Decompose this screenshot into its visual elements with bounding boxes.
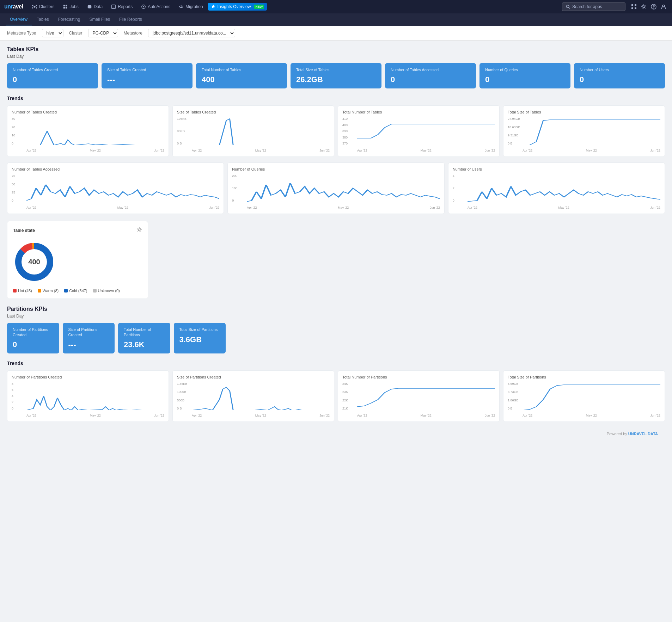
- chart-partitions-created-title: Number of Partitions Created: [12, 375, 164, 379]
- chart-total-partitions-title: Total Number of Partitions: [342, 375, 495, 379]
- nav-migration[interactable]: Migration: [175, 2, 206, 11]
- nav-icons: [630, 2, 668, 11]
- legend-warm-dot: [38, 289, 41, 292]
- tables-trends-title: Trends: [7, 96, 665, 101]
- settings-icon[interactable]: [640, 2, 648, 11]
- tables-kpi-cards: Number of Tables Created 0 Size of Table…: [7, 63, 665, 88]
- metastore-select[interactable]: jdbc:postgresql://sd11.unraveldata.co...: [148, 29, 235, 37]
- chart-total-size-tables-title: Total Size of Tables: [508, 110, 660, 114]
- tables-kpis-title: Tables KPIs: [7, 46, 665, 53]
- chart-tables-created-title: Number of Tables Created: [12, 110, 164, 114]
- kpi-users: Number of Users 0: [574, 63, 665, 88]
- footer: Powered by UNRAVEL DATA: [7, 427, 665, 440]
- kpi-total-size-tables-value: 26.2GB: [296, 75, 376, 84]
- kpi-total-tables: Total Number of Tables 400: [196, 63, 287, 88]
- chart-queries-area: 2001000 Apr '22May '22Jun '22: [232, 174, 440, 209]
- svg-point-23: [654, 8, 654, 8]
- chart-total-size-tables-area: 27.94GB18.63GB9.31GB0 B Apr '22May '22Ju…: [508, 117, 660, 152]
- svg-line-16: [569, 7, 570, 8]
- chart-queries-title: Number of Queries: [232, 167, 440, 171]
- sub-navigation: Overview Tables Forecasting Small Files …: [0, 13, 672, 26]
- chart-tables-accessed-area: 7550250 Apr '22May '22Jun '22: [12, 174, 219, 209]
- metastore-label: Metastore: [124, 31, 142, 36]
- kpi-tables-accessed-label: Number of Tables Accessed: [391, 67, 470, 72]
- tables-trends-row1: Number of Tables Created 3020100 Apr '22…: [7, 105, 665, 157]
- partitions-kpi-cards: Number of Partitions Created 0 Size of P…: [7, 323, 226, 353]
- svg-rect-20: [635, 7, 636, 9]
- chart-size-partitions-created-title: Size of Partitions Created: [177, 375, 330, 379]
- kpi-tables-accessed-value: 0: [391, 75, 470, 84]
- svg-point-15: [567, 5, 569, 8]
- table-state-header: Table state: [13, 227, 142, 234]
- tables-trends-section: Trends Number of Tables Created 3020100: [7, 96, 665, 214]
- chart-size-partitions-created-area: 1.46KB1000B500B0 B Apr '22May '22Jun '22: [177, 382, 330, 417]
- kpi-total-partitions-value: 23.6K: [124, 340, 165, 349]
- kpi-total-tables-label: Total Number of Tables: [202, 67, 281, 72]
- metastore-type-select[interactable]: hive: [42, 29, 63, 37]
- svg-point-4: [36, 7, 37, 9]
- table-state-card: Table state: [7, 221, 148, 299]
- partitions-kpis-section: Partitions KPIs Last Day Number of Parti…: [7, 306, 665, 353]
- search-box[interactable]: Search for apps: [562, 2, 625, 11]
- nav-autoactions[interactable]: AutoActions: [138, 2, 174, 11]
- nav-data[interactable]: Data: [84, 2, 106, 11]
- chart-partitions-created-area: 86420 Apr '22May '22Jun '22: [12, 382, 164, 417]
- subnav-forecasting[interactable]: Forecasting: [54, 14, 85, 25]
- table-state-settings-icon[interactable]: [136, 227, 142, 234]
- chart-partitions-created: Number of Partitions Created 86420 Apr '…: [7, 370, 169, 422]
- nav-reports[interactable]: Reports: [108, 2, 136, 11]
- partitions-trends-section: Trends Number of Partitions Created 8642…: [7, 361, 665, 422]
- chart-total-size-partitions-area: 5.59GB3.73GB1.86GB0 B Apr '22May '22Jun …: [508, 382, 660, 417]
- chart-total-size-partitions-title: Total Size of Partitions: [508, 375, 660, 379]
- help-icon[interactable]: [649, 2, 658, 11]
- main-content: Tables KPIs Last Day Number of Tables Cr…: [0, 41, 672, 446]
- subnav-small-files[interactable]: Small Files: [85, 14, 114, 25]
- grid-icon[interactable]: [630, 2, 638, 11]
- subnav-overview[interactable]: Overview: [6, 14, 32, 25]
- kpi-tables-accessed: Number of Tables Accessed 0: [385, 63, 476, 88]
- svg-rect-6: [66, 5, 67, 6]
- kpi-partitions-created-label: Number of Partitions Created: [13, 327, 54, 337]
- kpi-total-partitions: Total Number of Partitions 23.6K: [118, 323, 170, 353]
- chart-total-partitions: Total Number of Partitions 24K23K22K21K …: [338, 370, 500, 422]
- donut-wrap: 400: [13, 238, 142, 286]
- chart-size-tables-created: Size of Tables Created 195KB98KB0 B Apr …: [172, 105, 334, 157]
- table-state-legend: Hot (45) Warm (8) Cold (347) Unknown (0): [13, 289, 142, 293]
- legend-warm: Warm (8): [38, 289, 59, 293]
- user-icon[interactable]: [659, 2, 668, 11]
- chart-size-partitions-created: Size of Partitions Created 1.46KB1000B50…: [172, 370, 334, 422]
- svg-point-1: [32, 5, 33, 6]
- cluster-select[interactable]: PG-CDP: [88, 29, 118, 37]
- legend-hot-label: Hot (45): [18, 289, 32, 293]
- kpi-size-partitions-created: Size of Partitions Created ---: [63, 323, 115, 353]
- chart-queries: Number of Queries 2001000 Apr '22May '22…: [227, 162, 444, 214]
- nav-clusters[interactable]: Clusters: [29, 2, 58, 11]
- legend-warm-label: Warm (8): [43, 289, 59, 293]
- svg-point-3: [32, 7, 33, 9]
- top-navigation: unravel Clusters Jobs Data Reports AutoA…: [0, 0, 672, 13]
- svg-rect-7: [63, 7, 65, 8]
- app-logo[interactable]: unravel: [4, 4, 23, 10]
- nav-insights-overview[interactable]: Insights Overview NEW: [208, 3, 267, 11]
- kpi-partitions-created-value: 0: [13, 340, 54, 349]
- kpi-total-size-tables-label: Total Size of Tables: [296, 67, 376, 72]
- svg-rect-8: [66, 7, 67, 8]
- svg-rect-19: [631, 7, 633, 9]
- svg-point-21: [643, 6, 645, 8]
- kpi-total-size-tables: Total Size of Tables 26.2GB: [291, 63, 381, 88]
- subnav-tables[interactable]: Tables: [32, 14, 53, 25]
- chart-tables-created-area: 3020100 Apr '22May '22Jun '22: [12, 117, 164, 152]
- kpi-size-partitions-created-label: Size of Partitions Created: [68, 327, 109, 337]
- table-state-title: Table state: [13, 228, 35, 233]
- partitions-trends-title: Trends: [7, 361, 665, 366]
- brand-link[interactable]: UNRAVEL DATA: [628, 432, 658, 436]
- metastore-type-label: Metastore Type: [7, 31, 36, 36]
- legend-cold-dot: [64, 289, 68, 292]
- nav-jobs[interactable]: Jobs: [59, 2, 82, 11]
- chart-users-title: Number of Users: [453, 167, 660, 171]
- partitions-kpis-title: Partitions KPIs: [7, 306, 665, 312]
- donut-chart: 400: [13, 241, 55, 283]
- kpi-total-size-partitions: Total Size of Partitions 3.6GB: [174, 323, 226, 353]
- partitions-trends-row1: Number of Partitions Created 86420 Apr '…: [7, 370, 665, 422]
- subnav-file-reports[interactable]: File Reports: [115, 14, 146, 25]
